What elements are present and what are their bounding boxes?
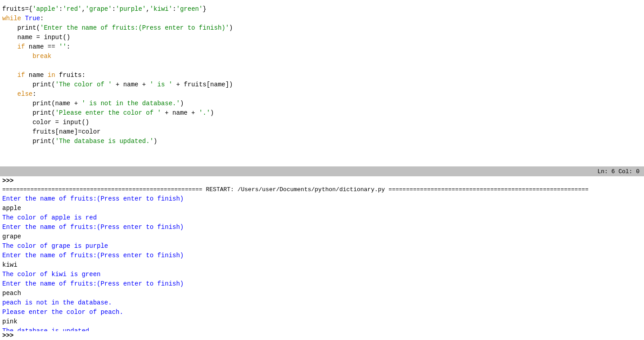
code-line-1: fruits={'apple':'red','grape':'purple','… (2, 4, 639, 14)
code-line-10: else: (2, 89, 639, 99)
shell-line-2: apple (2, 204, 642, 213)
cursor-position: Ln: 6 Col: 0 (597, 168, 639, 175)
shell-line-7: Enter the name of fruits:(Press enter to… (2, 251, 642, 260)
editor-area[interactable]: fruits={'apple':'red','grape':'purple','… (0, 0, 644, 166)
shell-prompt-bottom: >>> (2, 332, 14, 339)
code-line-6: break (2, 52, 639, 61)
shell-line-15: The database is updated. (2, 327, 642, 331)
shell-line-8: kiwi (2, 260, 642, 270)
shell-line-9: The color of kiwi is green (2, 270, 642, 279)
code-line-4: name = input() (2, 33, 639, 42)
shell-content: ========================================… (0, 185, 644, 331)
code-line-5: if name == '': (2, 42, 639, 52)
shell-line-3: The color of apple is red (2, 213, 642, 223)
status-bar: Ln: 6 Col: 0 (0, 166, 644, 176)
code-line-12: print('Please enter the color of ' + nam… (2, 108, 639, 118)
code-line-2: while True: (2, 14, 639, 23)
code-line-11: print(name + ' is not in the database.') (2, 99, 639, 108)
shell-line-6: The color of grape is purple (2, 242, 642, 251)
code-line-13: color = input() (2, 118, 639, 127)
shell-prompt-top: >>> (2, 177, 14, 184)
shell-line-1: Enter the name of fruits:(Press enter to… (2, 194, 642, 204)
code-line-8: if name in fruits: (2, 71, 639, 80)
code-line-15: print('The database is updated.') (2, 137, 639, 146)
restart-separator: ========================================… (2, 185, 642, 194)
code-line-9: print('The color of ' + name + ' is ' + … (2, 80, 639, 89)
shell-bottom-prompt: >>> (0, 331, 644, 340)
code-line-7 (2, 61, 639, 71)
shell-header: >>> (0, 176, 644, 185)
code-line-14: fruits[name]=color (2, 127, 639, 137)
shell-area[interactable]: >>> ====================================… (0, 176, 644, 340)
shell-line-10: Enter the name of fruits:(Press enter to… (2, 279, 642, 289)
shell-line-4: Enter the name of fruits:(Press enter to… (2, 223, 642, 232)
shell-line-12: peach is not in the database. (2, 298, 642, 308)
shell-line-13: Please enter the color of peach. (2, 308, 642, 317)
code-line-3: print('Enter the name of fruits:(Press e… (2, 23, 639, 33)
shell-line-11: peach (2, 289, 642, 298)
shell-line-14: pink (2, 317, 642, 327)
shell-line-5: grape (2, 232, 642, 242)
